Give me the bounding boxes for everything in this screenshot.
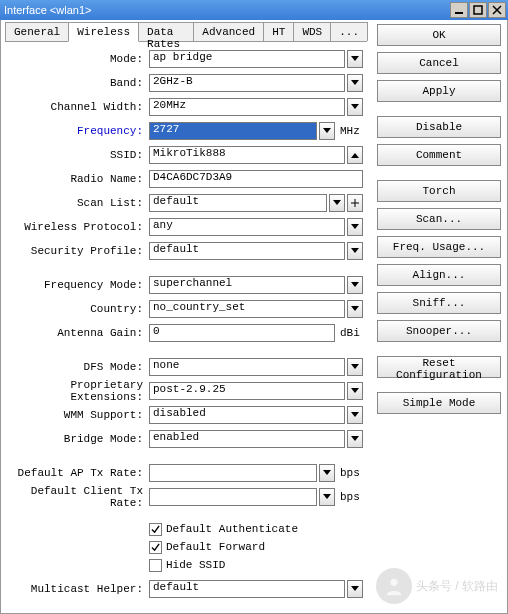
snooper-button[interactable]: Snooper... — [377, 320, 501, 342]
maximize-button[interactable] — [469, 2, 487, 18]
country-label: Country: — [9, 303, 149, 315]
scan-button[interactable]: Scan... — [377, 208, 501, 230]
default-client-tx-field[interactable] — [149, 488, 317, 506]
bridge-mode-dropdown[interactable] — [347, 430, 363, 448]
freq-usage-button[interactable]: Freq. Usage... — [377, 236, 501, 258]
antenna-gain-label: Antenna Gain: — [9, 327, 149, 339]
minimize-button[interactable] — [450, 2, 468, 18]
band-field[interactable]: 2GHz-B — [149, 74, 345, 92]
multicast-helper-field[interactable]: default — [149, 580, 345, 598]
tab-data-rates[interactable]: Data Rates — [138, 22, 194, 41]
wmm-support-dropdown[interactable] — [347, 406, 363, 424]
multicast-helper-dropdown[interactable] — [347, 580, 363, 598]
country-dropdown[interactable] — [347, 300, 363, 318]
bridge-mode-field[interactable]: enabled — [149, 430, 345, 448]
default-client-tx-label: Default Client Tx Rate: — [9, 485, 149, 509]
scan-list-expand[interactable] — [347, 194, 363, 212]
simple-mode-button[interactable]: Simple Mode — [377, 392, 501, 414]
dfs-mode-field[interactable]: none — [149, 358, 345, 376]
tab-ht[interactable]: HT — [263, 22, 294, 41]
frequency-unit: MHz — [337, 125, 363, 137]
hide-ssid-checkbox[interactable] — [149, 559, 162, 572]
proprietary-ext-label: Proprietary Extensions: — [9, 379, 149, 403]
tab-general[interactable]: General — [5, 22, 69, 41]
bridge-mode-label: Bridge Mode: — [9, 433, 149, 445]
window-title: Interface <wlan1> — [4, 4, 450, 16]
svg-rect-0 — [455, 12, 463, 14]
wireless-protocol-label: Wireless Protocol: — [9, 221, 149, 233]
security-profile-field[interactable]: default — [149, 242, 345, 260]
default-fwd-label: Default Forward — [166, 541, 265, 553]
tab-bar: General Wireless Data Rates Advanced HT … — [5, 22, 367, 42]
band-dropdown[interactable] — [347, 74, 363, 92]
antenna-gain-field[interactable]: 0 — [149, 324, 335, 342]
close-button[interactable] — [488, 2, 506, 18]
default-fwd-checkbox[interactable] — [149, 541, 162, 554]
svg-rect-1 — [474, 6, 482, 14]
disable-button[interactable]: Disable — [377, 116, 501, 138]
security-profile-label: Security Profile: — [9, 245, 149, 257]
frequency-mode-dropdown[interactable] — [347, 276, 363, 294]
default-client-tx-unit: bps — [337, 491, 363, 503]
band-label: Band: — [9, 77, 149, 89]
frequency-field[interactable]: 2727 — [149, 122, 317, 140]
default-auth-checkbox[interactable] — [149, 523, 162, 536]
default-ap-tx-toggle[interactable] — [319, 464, 335, 482]
wmm-support-field[interactable]: disabled — [149, 406, 345, 424]
titlebar: Interface <wlan1> — [0, 0, 508, 20]
hide-ssid-label: Hide SSID — [166, 559, 225, 571]
country-field[interactable]: no_country_set — [149, 300, 345, 318]
sniff-button[interactable]: Sniff... — [377, 292, 501, 314]
ssid-collapse[interactable] — [347, 146, 363, 164]
mode-label: Mode: — [9, 53, 149, 65]
scan-list-label: Scan List: — [9, 197, 149, 209]
dfs-mode-dropdown[interactable] — [347, 358, 363, 376]
tab-wireless[interactable]: Wireless — [68, 22, 139, 42]
reset-button[interactable]: Reset Configuration — [377, 356, 501, 378]
proprietary-ext-dropdown[interactable] — [347, 382, 363, 400]
radio-name-label: Radio Name: — [9, 173, 149, 185]
wireless-protocol-dropdown[interactable] — [347, 218, 363, 236]
torch-button[interactable]: Torch — [377, 180, 501, 202]
scan-list-field[interactable]: default — [149, 194, 327, 212]
comment-button[interactable]: Comment — [377, 144, 501, 166]
wmm-support-label: WMM Support: — [9, 409, 149, 421]
radio-name-field[interactable]: D4CA6DC7D3A9 — [149, 170, 363, 188]
channel-width-label: Channel Width: — [9, 101, 149, 113]
frequency-mode-label: Frequency Mode: — [9, 279, 149, 291]
scan-list-dropdown[interactable] — [329, 194, 345, 212]
multicast-helper-label: Multicast Helper: — [9, 583, 149, 595]
default-ap-tx-field[interactable] — [149, 464, 317, 482]
channel-width-dropdown[interactable] — [347, 98, 363, 116]
frequency-dropdown[interactable] — [319, 122, 335, 140]
proprietary-ext-field[interactable]: post-2.9.25 — [149, 382, 345, 400]
cancel-button[interactable]: Cancel — [377, 52, 501, 74]
apply-button[interactable]: Apply — [377, 80, 501, 102]
ssid-label: SSID: — [9, 149, 149, 161]
frequency-label: Frequency: — [9, 125, 149, 137]
default-ap-tx-label: Default AP Tx Rate: — [9, 467, 149, 479]
frequency-mode-field[interactable]: superchannel — [149, 276, 345, 294]
default-ap-tx-unit: bps — [337, 467, 363, 479]
tab-wds[interactable]: WDS — [293, 22, 331, 41]
default-auth-label: Default Authenticate — [166, 523, 298, 535]
tab-advanced[interactable]: Advanced — [193, 22, 264, 41]
antenna-gain-unit: dBi — [337, 327, 363, 339]
ssid-field[interactable]: MikroTik888 — [149, 146, 345, 164]
channel-width-field[interactable]: 20MHz — [149, 98, 345, 116]
default-client-tx-toggle[interactable] — [319, 488, 335, 506]
mode-field[interactable]: ap bridge — [149, 50, 345, 68]
ok-button[interactable]: OK — [377, 24, 501, 46]
wireless-protocol-field[interactable]: any — [149, 218, 345, 236]
mode-dropdown[interactable] — [347, 50, 363, 68]
security-profile-dropdown[interactable] — [347, 242, 363, 260]
dfs-mode-label: DFS Mode: — [9, 361, 149, 373]
tab-more[interactable]: ... — [330, 22, 368, 41]
align-button[interactable]: Align... — [377, 264, 501, 286]
